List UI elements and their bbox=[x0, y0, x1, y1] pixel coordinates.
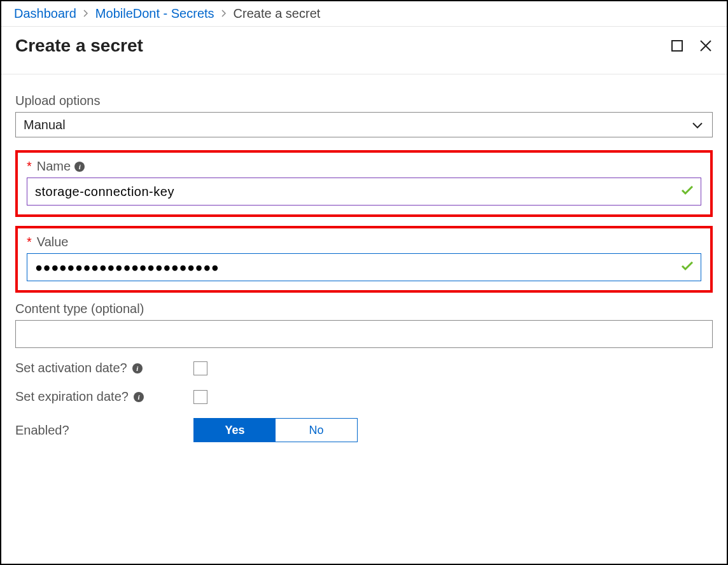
enabled-no-button[interactable]: No bbox=[276, 419, 357, 442]
enabled-label: Enabled? bbox=[15, 423, 69, 438]
required-marker: * bbox=[27, 235, 32, 249]
chevron-down-icon bbox=[692, 118, 703, 132]
value-label: * Value bbox=[27, 235, 701, 249]
name-highlight: * Name i bbox=[15, 150, 713, 217]
expiration-checkbox[interactable] bbox=[193, 390, 207, 404]
info-icon[interactable]: i bbox=[132, 363, 143, 373]
expiration-row: Set expiration date? i bbox=[15, 389, 713, 404]
enabled-row: Enabled? Yes No bbox=[15, 418, 713, 442]
name-label: * Name i bbox=[27, 159, 701, 174]
breadcrumb-current: Create a secret bbox=[234, 6, 321, 21]
breadcrumb-dashboard[interactable]: Dashboard bbox=[14, 6, 76, 21]
upload-options-field: Upload options Manual bbox=[15, 94, 713, 137]
activation-label: Set activation date? bbox=[15, 361, 127, 375]
info-icon[interactable]: i bbox=[74, 162, 85, 172]
page-title: Create a secret bbox=[15, 36, 671, 56]
name-input[interactable] bbox=[27, 178, 701, 206]
content-type-field: Content type (optional) bbox=[15, 302, 713, 348]
upload-options-select[interactable]: Manual bbox=[15, 112, 713, 137]
value-input[interactable] bbox=[27, 253, 701, 281]
expiration-label: Set expiration date? bbox=[15, 389, 129, 404]
svg-rect-0 bbox=[672, 41, 682, 51]
enabled-toggle: Yes No bbox=[193, 418, 358, 442]
check-icon bbox=[681, 261, 694, 274]
enabled-yes-button[interactable]: Yes bbox=[194, 419, 276, 442]
info-icon[interactable]: i bbox=[134, 392, 144, 402]
activation-row: Set activation date? i bbox=[15, 361, 713, 375]
blade-header: Create a secret bbox=[1, 27, 727, 74]
breadcrumb-keyvault[interactable]: MobileDont - Secrets bbox=[95, 6, 214, 21]
content-type-input[interactable] bbox=[15, 320, 713, 348]
chevron-right-icon bbox=[221, 8, 227, 20]
pin-icon[interactable] bbox=[671, 39, 683, 52]
upload-options-label: Upload options bbox=[15, 94, 713, 108]
check-icon bbox=[681, 185, 694, 198]
chevron-right-icon bbox=[83, 8, 89, 20]
name-label-text: Name bbox=[37, 159, 71, 174]
close-icon[interactable] bbox=[699, 39, 713, 53]
value-highlight: * Value bbox=[15, 226, 713, 293]
activation-checkbox[interactable] bbox=[193, 361, 207, 375]
form-content: Upload options Manual * Name i * Value bbox=[1, 74, 727, 475]
content-type-label: Content type (optional) bbox=[15, 302, 713, 316]
value-label-text: Value bbox=[37, 235, 69, 249]
breadcrumb: Dashboard MobileDont - Secrets Create a … bbox=[1, 1, 727, 27]
required-marker: * bbox=[27, 159, 32, 174]
upload-options-value: Manual bbox=[24, 118, 66, 132]
